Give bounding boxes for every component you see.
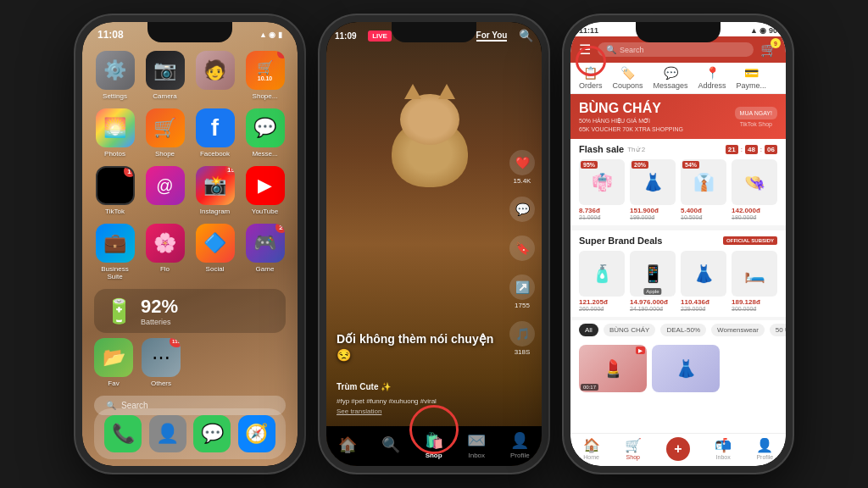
see-translation[interactable]: See translation [337,408,381,415]
nav-messages[interactable]: 💬 Messages [654,66,688,90]
tiktok-sidebar: ❤️ 15.4K 💬 🔖 ↗️ 1755 🎵 318S [509,150,535,356]
live-badge-1: ▶ [636,347,645,354]
bottom-profile[interactable]: 👤 Profile [756,437,773,461]
tab-womenswear[interactable]: Womenswear [711,324,765,336]
tiktok-top-bar: 11:09 LIVE Friends Following For You 🔍 [326,22,542,46]
discount-badge-3: 54% [682,161,699,169]
inbox-label: Inbox [469,452,486,459]
app-others[interactable]: ⋯ 115 Others [142,338,181,387]
live-badge[interactable]: LIVE [368,30,392,42]
category-tabs: All BÙNG CHÁY DEAL-50% Womenswear 50 U [570,317,786,340]
search-bar[interactable]: 🔍 Search [598,42,754,57]
bottom-shop[interactable]: 🛒 Shop [625,437,642,461]
tab-all[interactable]: All [579,324,598,336]
flash-product-3[interactable]: 👔 54% 5.400đ 10.500đ [681,159,726,220]
profile-label: Profile [510,452,530,459]
tiktok-badge: 1 [124,166,135,177]
sidebar-like[interactable]: ❤️ 15.4K [509,150,535,185]
bottom-home[interactable]: 🏠 [338,435,357,456]
add-button[interactable]: + [666,437,690,461]
friends-tab[interactable]: Friends [398,31,426,41]
product-price-3: 5.400đ [681,207,726,214]
app-camera[interactable]: 📷 Camera [144,51,186,100]
app-flo[interactable]: 🌸 Flo [144,224,186,280]
dock-messages[interactable]: 💬 [193,415,231,452]
cart-icon[interactable]: 🛒 9 [760,42,777,58]
tab-bungchay[interactable]: BÙNG CHÁY [604,324,656,336]
app-instagram[interactable]: 📸 19 Instagram [194,166,236,215]
like-count: 15.4K [514,177,531,185]
instagram-badge: 19 [225,166,235,175]
shop-status-bar: 11:11 ▲ ◉ 90 [570,22,786,36]
brand-product-1[interactable]: 🧴 121.205đ 260.000đ [579,251,625,312]
brand-product-4[interactable]: 🛏️ 189.128đ 300.000đ [732,251,777,312]
bottom-search[interactable]: 🔍 [381,435,400,456]
orders-label: Orders [579,81,603,90]
bottom-home[interactable]: 🏠 Home [583,437,600,461]
menu-icon[interactable]: ☰ [579,42,591,58]
tab-50u[interactable]: 50 U [770,324,786,336]
nav-address[interactable]: 📍 Address [698,66,726,90]
app-label: Others [151,380,171,387]
bottom-shop[interactable]: 🛍️ Shop [425,431,443,459]
following-tab[interactable]: Following [433,31,469,41]
voucher-badge[interactable]: MUA NGAY! [735,107,777,119]
bottom-inbox[interactable]: ✉️ Inbox [467,431,486,459]
sidebar-save[interactable]: 🔖 [509,236,535,263]
live-thumb-2[interactable]: 👗 [652,345,720,392]
battery-label: Batteries [141,318,178,326]
sidebar-comment[interactable]: 💬 [509,197,535,224]
live-thumb-1[interactable]: 💄 00:17 ▶ [579,345,647,392]
bottom-inbox[interactable]: 📬 Inbox [715,437,732,461]
product-price-2: 151.900đ [630,207,676,214]
comment-icon: 💬 [509,197,535,222]
app-settings[interactable]: ⚙️ Settings [94,51,136,100]
app-messages[interactable]: 💬 Messe... [244,108,286,158]
dock-phone[interactable]: 📞 [104,415,142,452]
coupons-label: Coupons [613,81,643,90]
nav-coupons[interactable]: 🏷️ Coupons [613,66,643,90]
app-social-folder[interactable]: 🔷 Social [194,224,236,280]
brand-product-2[interactable]: 📱 Apple 14.976.000đ 24.190.000đ [630,251,676,312]
search-input-wrapper[interactable]: 🔍 Search [598,42,754,57]
app-biz[interactable]: 💼 Business Suite [94,224,136,280]
brand-price-2: 14.976.000đ [630,298,676,306]
app-shopee-2[interactable]: 🛒 Shope [144,108,186,158]
nav-orders[interactable]: 📋 Orders [579,66,603,90]
tab-deal50[interactable]: DEAL-50% [660,324,706,336]
nav-payment[interactable]: 💳 Payme... [737,66,767,90]
phone-1: 11:08 ▲ ◉ ▮ ⚙️ Settings 📷 Camera 🧑 🛒 10.… [75,15,304,473]
bottom-add[interactable]: + [666,437,690,461]
app-tiktok[interactable]: ♪ 1 TikTok [94,166,136,215]
search-icon[interactable]: 🔍 [519,29,533,42]
flash-product-2[interactable]: 👗 20% 151.900đ 199.000đ [630,159,676,220]
product-orig-3: 10.500đ [681,214,726,220]
flash-product-4[interactable]: 👒 142.000đ 180.000đ [732,159,777,220]
brand-product-3[interactable]: 👗 110.436đ 229.000đ [681,251,726,312]
app-facebook[interactable]: f Facebook [194,108,236,158]
for-you-tab[interactable]: For You [476,30,508,42]
battery-percent: 92% [141,296,178,318]
app-thread[interactable]: @ [144,166,186,215]
app-shopee-1010[interactable]: 🛒 10.10 Shope... [244,51,286,100]
video-username[interactable]: Trùm Cute ✨ [337,382,391,391]
app-youtube[interactable]: ▶ YouTube [244,166,286,215]
dock-safari[interactable]: 🧭 [238,415,275,452]
flash-product-1[interactable]: 👘 95% 8.736đ 21.000đ [579,159,625,220]
sidebar-share[interactable]: ↗️ 1755 [509,274,535,309]
app-photos[interactable]: 🌅 Photos [94,108,136,158]
app-person-photo[interactable]: 🧑 [194,51,236,100]
dock-contacts[interactable]: 👤 [149,415,186,452]
sidebar-music[interactable]: 🎵 318S [509,321,535,356]
brand-price-4: 189.128đ [732,298,777,306]
search-icon: 🔍 [606,45,616,54]
shop-header-left: ☰ [579,42,591,58]
app-fav[interactable]: 📂 Fav [94,338,133,387]
bottom-profile[interactable]: 👤 Profile [510,431,530,459]
app-label: YouTube [252,208,278,215]
timer-seconds: 06 [765,145,777,154]
others-badge: 115 [170,338,181,347]
app-game-folder[interactable]: 🎮 2 Game [244,224,286,280]
settings-icon: ⚙️ [96,51,135,90]
social-icon: 🔷 [196,224,235,263]
